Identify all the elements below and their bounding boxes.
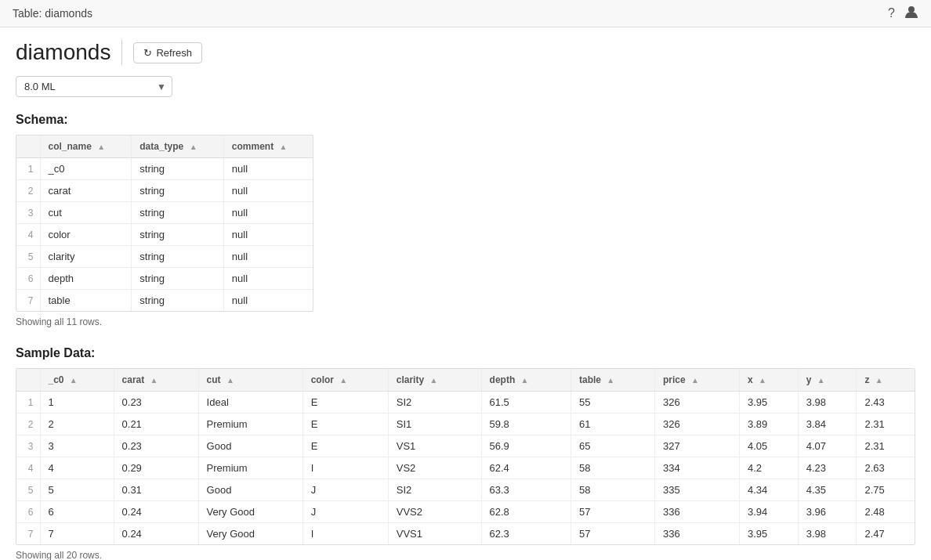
schema-table-header: col_name ▲ data_type ▲ comment ▲ <box>16 135 313 158</box>
x-cell: 4.34 <box>739 479 798 501</box>
depth-cell: 56.9 <box>481 435 571 457</box>
color-cell: E <box>302 392 388 414</box>
sample-col-color[interactable]: color ▲ <box>302 369 388 392</box>
sort-icon-x: ▲ <box>759 376 766 385</box>
sample-col-cut[interactable]: cut ▲ <box>198 369 302 392</box>
price-cell: 327 <box>654 435 739 457</box>
schema-table: col_name ▲ data_type ▲ comment ▲ 1 _c0 s… <box>16 135 313 311</box>
table-row: 2 2 0.21 Premium E SI1 59.8 61 326 3.89 … <box>16 414 915 435</box>
clarity-cell: SI1 <box>388 414 481 435</box>
schema-col-col-name[interactable]: col_name ▲ <box>40 135 132 158</box>
schema-col-comment[interactable]: comment ▲ <box>223 135 313 158</box>
comment-cell: null <box>223 158 313 180</box>
carat-cell: 0.24 <box>114 523 198 545</box>
carat-cell: 0.31 <box>114 479 198 501</box>
comment-cell: null <box>223 268 313 290</box>
c0-cell: 4 <box>40 457 114 479</box>
data-type-cell: string <box>132 224 224 246</box>
clarity-cell: SI2 <box>388 392 481 414</box>
data-type-cell: string <box>132 158 224 180</box>
sample-col-num <box>16 369 40 392</box>
y-cell: 4.07 <box>798 435 857 457</box>
row-number: 5 <box>16 479 40 501</box>
table-row: 4 color string null <box>16 224 313 246</box>
x-cell: 4.2 <box>739 457 798 479</box>
schema-col-data-type[interactable]: data_type ▲ <box>132 135 224 158</box>
cut-cell: Very Good <box>198 523 302 545</box>
schema-table-container: col_name ▲ data_type ▲ comment ▲ 1 _c0 s… <box>16 135 313 312</box>
row-number: 6 <box>16 268 40 290</box>
row-number: 6 <box>16 501 40 523</box>
c0-cell: 1 <box>40 392 114 414</box>
table-row: 7 table string null <box>16 290 313 312</box>
color-cell: E <box>302 435 388 457</box>
c0-cell: 2 <box>40 414 114 435</box>
col-name-cell: depth <box>40 268 132 290</box>
clarity-cell: SI2 <box>388 479 481 501</box>
clarity-cell: VS2 <box>388 457 481 479</box>
cut-cell: Premium <box>198 457 302 479</box>
table-row: 7 7 0.24 Very Good I VVS1 62.3 57 336 3.… <box>16 523 915 545</box>
y-cell: 3.96 <box>798 501 857 523</box>
sort-icon-cut: ▲ <box>226 376 234 385</box>
sample-col-c0[interactable]: _c0 ▲ <box>40 369 114 392</box>
sort-icon-depth: ▲ <box>521 376 529 385</box>
sort-icon-data-type: ▲ <box>190 143 197 151</box>
clarity-cell: VVS1 <box>388 523 481 545</box>
depth-cell: 62.8 <box>481 501 571 523</box>
table-cell: 57 <box>571 501 655 523</box>
row-number: 2 <box>16 414 40 435</box>
z-cell: 2.75 <box>857 479 915 501</box>
comment-cell: null <box>223 180 313 202</box>
clarity-cell: VVS2 <box>388 501 481 523</box>
col-name-cell: color <box>40 224 132 246</box>
col-name-cell: cut <box>40 202 132 224</box>
table-cell: 58 <box>571 457 655 479</box>
sample-col-y[interactable]: y ▲ <box>798 369 857 392</box>
schema-showing-rows: Showing all 11 rows. <box>16 316 915 327</box>
x-cell: 3.95 <box>739 523 798 545</box>
sample-col-table[interactable]: table ▲ <box>571 369 655 392</box>
z-cell: 2.63 <box>857 457 915 479</box>
row-number: 1 <box>16 392 40 414</box>
row-number: 7 <box>16 523 40 545</box>
schema-section-label: Schema: <box>16 113 915 127</box>
x-cell: 3.89 <box>739 414 798 435</box>
sample-data-showing-rows: Showing all 20 rows. <box>16 550 915 560</box>
z-cell: 2.43 <box>857 392 915 414</box>
row-number: 2 <box>16 180 40 202</box>
comment-cell: null <box>223 224 313 246</box>
sample-data-table-container: _c0 ▲ carat ▲ cut ▲ color ▲ clarity ▲ de… <box>16 368 915 545</box>
depth-cell: 61.5 <box>481 392 571 414</box>
sample-col-z[interactable]: z ▲ <box>857 369 915 392</box>
c0-cell: 6 <box>40 501 114 523</box>
sample-col-clarity[interactable]: clarity ▲ <box>388 369 481 392</box>
comment-cell: null <box>223 202 313 224</box>
price-cell: 326 <box>654 392 739 414</box>
y-cell: 3.98 <box>798 392 857 414</box>
color-cell: I <box>302 523 388 545</box>
refresh-button[interactable]: ↻ Refresh <box>133 42 202 63</box>
clarity-cell: VS1 <box>388 435 481 457</box>
user-icon[interactable] <box>904 5 918 22</box>
comment-cell: null <box>223 290 313 312</box>
color-cell: I <box>302 457 388 479</box>
x-cell: 3.95 <box>739 392 798 414</box>
version-select[interactable]: 8.0 ML 7.0 ML 6.0 ML <box>16 76 172 97</box>
sample-col-depth[interactable]: depth ▲ <box>481 369 571 392</box>
sample-col-carat[interactable]: carat ▲ <box>114 369 198 392</box>
heading-divider <box>121 40 122 65</box>
depth-cell: 62.3 <box>481 523 571 545</box>
y-cell: 4.35 <box>798 479 857 501</box>
data-type-cell: string <box>132 290 224 312</box>
data-type-cell: string <box>132 268 224 290</box>
help-icon[interactable]: ? <box>888 6 895 20</box>
page-title: diamonds <box>16 40 110 65</box>
table-cell: 58 <box>571 479 655 501</box>
sample-col-price[interactable]: price ▲ <box>654 369 739 392</box>
sort-icon-col-name: ▲ <box>97 143 105 151</box>
c0-cell: 7 <box>40 523 114 545</box>
refresh-label: Refresh <box>156 47 192 59</box>
x-cell: 4.05 <box>739 435 798 457</box>
sample-col-x[interactable]: x ▲ <box>739 369 798 392</box>
